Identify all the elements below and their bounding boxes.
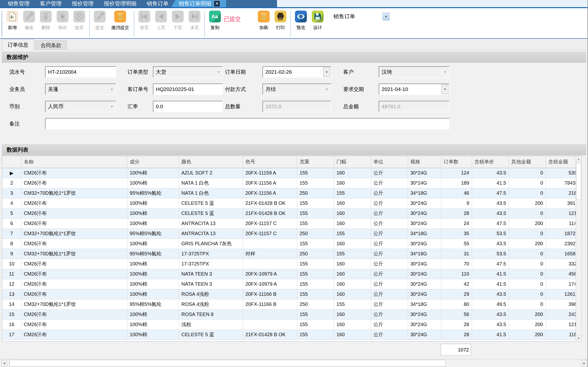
- cell-unit: 公斤: [371, 208, 408, 218]
- col-header-color_no[interactable]: 色号: [243, 156, 297, 168]
- table-row[interactable]: 14CM32+70D氨纶1*1罗纹95%棉5%氨纶ROSA 4浅粉20FX-11…: [2, 299, 582, 309]
- cell-composition: 100%棉: [127, 178, 179, 188]
- delivery-date-field[interactable]: 2021-04-10▼: [379, 84, 449, 95]
- tab-sales-order[interactable]: 销售订单: [139, 0, 174, 7]
- col-header-color[interactable]: 颜色: [179, 156, 243, 168]
- table-row[interactable]: 5CM26汗布100%棉CELESTE 5 蓝21FX-01428 B OK15…: [2, 208, 582, 218]
- cell-color: ANTRACITA 13: [179, 218, 243, 228]
- cell-weight: 155: [297, 289, 334, 299]
- delete-button-label: 删除: [41, 25, 50, 31]
- total-quantity-field[interactable]: 1072.0: [262, 101, 331, 112]
- order-type-select[interactable]: 大货▼: [153, 66, 223, 78]
- next-page-button[interactable]: 下页: [170, 11, 186, 31]
- unsubmit-button[interactable]: 撤消提交: [108, 11, 132, 31]
- table-row[interactable]: 2CM26汗布100%棉NATA 1 白色20FX-11156 A155160公…: [2, 178, 582, 188]
- table-row[interactable]: 17CM26汗布100%棉CELESTE 5 蓝21FX-01428 B OK1…: [2, 330, 582, 340]
- table-row[interactable]: ▶CM26汗布100%棉AZUL SOFT 220FX-11159 A15516…: [2, 168, 582, 178]
- cell-unit_price: 41.5: [472, 269, 509, 279]
- calendar-dropdown-button[interactable]: ▼: [323, 67, 330, 77]
- scroll-left-button[interactable]: ◀: [1, 360, 7, 367]
- currency-select[interactable]: 人民币▼: [45, 101, 116, 112]
- table-row[interactable]: 4CM26汗布100%棉CELESTE 5 蓝21FX-01428 B OK15…: [2, 198, 582, 208]
- col-header-other_amount[interactable]: 其他金额: [509, 156, 546, 168]
- submit-button-label: 提交: [95, 25, 104, 31]
- table-row[interactable]: 7CM32+70D氨纶1*1罗纹95%棉5%氨纶ANTRACITA 1320FX…: [2, 228, 582, 239]
- table-row[interactable]: 6CM26汗布100%棉ANTRACITA 1320FX-11157 C1551…: [2, 218, 582, 228]
- copy-button[interactable]: Aa复制: [207, 11, 223, 31]
- horizontal-scrollbar[interactable]: ◀ ▶: [0, 359, 588, 367]
- table-row[interactable]: 9CM32+70D氨纶1*1罗纹95%棉5%氨纶17-3725TPX对样2501…: [2, 249, 582, 259]
- report-selector-label: 销售订单: [333, 13, 355, 20]
- table-row[interactable]: 3CM32+70D氨纶1*1罗纹95%棉5%氨纶NATA 1 白色20FX-11…: [2, 188, 582, 198]
- table-row[interactable]: 15CM26汗布100%棉ROSA TEEN 8155160公斤30*24G56…: [2, 309, 582, 319]
- vertical-scroll-thumb[interactable]: [576, 163, 581, 200]
- order-date-field[interactable]: 2021-02-26▼: [262, 66, 331, 78]
- col-header-qty[interactable]: 订单数: [441, 156, 472, 168]
- cell-unit: 公斤: [371, 168, 408, 178]
- payment-method-select[interactable]: 月结▼: [262, 84, 331, 95]
- scroll-up-button[interactable]: ▲: [576, 156, 581, 162]
- chevron-down-icon: ▼: [385, 15, 388, 18]
- edit-button-label: 修改: [25, 25, 33, 31]
- col-header-composition[interactable]: 成分: [127, 156, 179, 168]
- cell-weight: 250: [297, 299, 334, 309]
- vertical-scrollbar[interactable]: ▲ ▼: [576, 156, 582, 342]
- delete-button[interactable]: 删除: [38, 11, 54, 31]
- col-header-width[interactable]: 门幅: [334, 156, 371, 168]
- load-button[interactable]: 加载: [256, 11, 272, 31]
- table-row[interactable]: 10CM26汗布100%棉17-3725TPX155160公斤30*24G704…: [2, 259, 582, 269]
- save-button[interactable]: 保存: [54, 11, 71, 31]
- horizontal-scroll-thumb[interactable]: [9, 360, 446, 367]
- edit-button[interactable]: 修改: [21, 11, 37, 31]
- table-row[interactable]: 8CM26汗布100%棉GRIS PLANCHA 7灰色155160公斤30*2…: [2, 239, 582, 249]
- cell-width: 160: [334, 168, 371, 178]
- unsubmit-button-label: 撤消提交: [111, 25, 129, 31]
- submit-button[interactable]: 提交: [92, 11, 108, 31]
- last-page-button[interactable]: 末页: [186, 11, 203, 31]
- col-header-name[interactable]: 名称: [21, 156, 127, 168]
- exchange-rate-field[interactable]: 0.0: [153, 101, 223, 112]
- subtab-contract-terms[interactable]: 合同条款: [35, 40, 67, 50]
- tab-quote-mgmt-detail[interactable]: 报价管理明细: [97, 0, 142, 7]
- prev-page-button[interactable]: 上页: [153, 11, 169, 31]
- serial-number-field[interactable]: HT-2102004: [45, 66, 116, 78]
- table-row[interactable]: 16CM26汗布100%棉浅粉155160公斤30*24G2843.520012…: [2, 319, 582, 330]
- row-selector-header[interactable]: [2, 156, 21, 168]
- subtab-order-info[interactable]: 订单信息: [2, 39, 34, 50]
- scroll-right-button[interactable]: ▶: [582, 360, 587, 367]
- toolbar-drag-handle[interactable]: [1, 11, 2, 36]
- table-row[interactable]: 13CM26汗布100%棉ROSA 4浅粉20FX-11166 B155160公…: [2, 289, 582, 299]
- report-selector-dropdown[interactable]: ▼: [383, 13, 390, 20]
- preview-button[interactable]: 预览: [293, 11, 309, 31]
- cell-other_amount: 200: [509, 239, 546, 249]
- cell-other_amount: 0: [509, 289, 546, 299]
- first-page-button[interactable]: 首页: [136, 11, 152, 31]
- tab-close-icon[interactable]: ✕: [214, 0, 220, 7]
- salesperson-select[interactable]: 吴蓬▼: [45, 84, 116, 95]
- table-row[interactable]: 11CM26汗布100%棉NATA TEEN 320FX-10979 A1551…: [2, 269, 582, 279]
- tab-customer-mgmt[interactable]: 客户管理: [33, 0, 67, 7]
- discard-button[interactable]: 放弃: [71, 11, 87, 31]
- tab-sales-order-detail[interactable]: 销售订单明细✕: [171, 0, 226, 7]
- design-button[interactable]: 设计: [310, 11, 326, 31]
- cell-qty: 80: [441, 299, 472, 309]
- scroll-down-button[interactable]: ▼: [576, 335, 581, 341]
- customer-order-no-field[interactable]: HQ20210225-01: [153, 84, 223, 95]
- col-header-unit[interactable]: 单位: [371, 156, 408, 168]
- calendar-dropdown-button[interactable]: ▼: [441, 85, 448, 94]
- tab-bar: 销售管理客户管理报价管理报价管理明细销售订单销售订单明细✕: [0, 0, 588, 8]
- total-amount-field[interactable]: 49781.0: [379, 101, 449, 112]
- print-button[interactable]: 打印: [272, 11, 289, 31]
- col-header-weight[interactable]: 克重: [297, 156, 334, 168]
- col-header-spec[interactable]: 规格: [408, 156, 441, 168]
- cell-color: CELESTE 5 蓝: [179, 198, 243, 208]
- tab-quote-mgmt[interactable]: 报价管理: [65, 0, 99, 7]
- new-button[interactable]: 新增: [4, 11, 20, 31]
- remarks-field[interactable]: [45, 118, 449, 129]
- cell-num: ▶: [2, 168, 21, 178]
- customer-select[interactable]: 汉琦▼: [379, 66, 449, 78]
- cell-unit: 公斤: [371, 239, 408, 249]
- table-row[interactable]: 12CM26汗布100%棉NATA TEEN 320FX-10979 A1551…: [2, 279, 582, 289]
- col-header-unit_price[interactable]: 含税单价: [472, 156, 509, 168]
- tab-sales-mgmt[interactable]: 销售管理: [0, 0, 35, 7]
